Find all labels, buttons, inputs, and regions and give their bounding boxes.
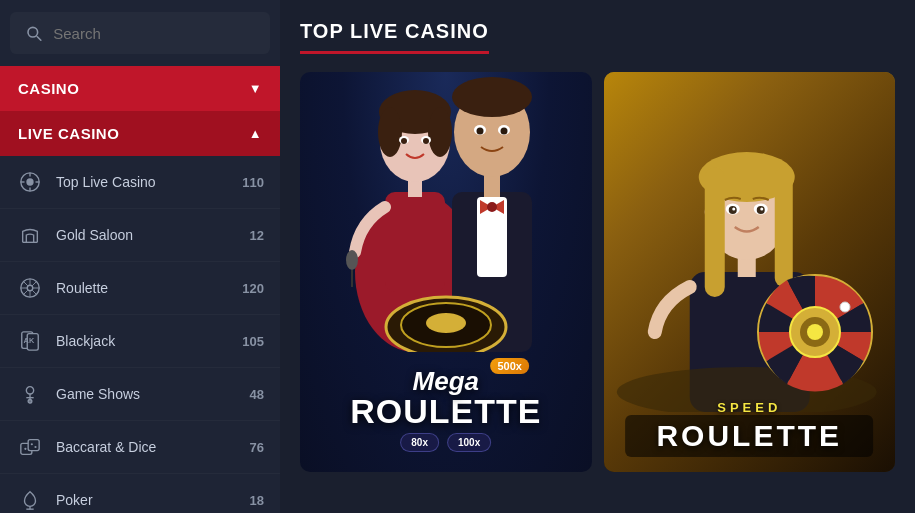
top-live-casino-label: Top Live Casino — [56, 174, 230, 190]
svg-point-21 — [26, 387, 33, 394]
roulette-speed-label: ROULETTE — [625, 415, 873, 457]
game-shows-label: Game Shows — [56, 386, 238, 402]
svg-point-27 — [24, 448, 26, 450]
mega-label: Mega — [413, 368, 479, 394]
svg-line-16 — [23, 290, 27, 294]
svg-point-8 — [27, 285, 33, 291]
search-bar[interactable] — [10, 12, 270, 54]
speed-roulette-wheel-svg — [755, 272, 875, 392]
svg-text:K: K — [29, 336, 35, 345]
badge-500x: 500x — [490, 358, 528, 374]
live-casino-nav-label: LIVE CASINO — [18, 125, 119, 142]
sidebar-item-gold-saloon[interactable]: Gold Saloon 12 — [0, 209, 280, 262]
game-card-speed-roulette[interactable]: SPEED ROULETTE — [604, 72, 896, 472]
roulette-label: Roulette — [56, 280, 230, 296]
poker-icon — [16, 486, 44, 513]
svg-point-69 — [760, 208, 763, 211]
blackjack-count: 105 — [242, 334, 264, 349]
sidebar-item-roulette[interactable]: Roulette 120 — [0, 262, 280, 315]
svg-point-37 — [378, 107, 402, 157]
poker-label: Poker — [56, 492, 238, 508]
roulette-count: 120 — [242, 281, 264, 296]
sidebar-item-top-live-casino[interactable]: Top Live Casino 110 — [0, 156, 280, 209]
mega-roulette-dealers — [300, 72, 592, 352]
roulette-wheel-svg — [381, 287, 511, 352]
menu-items-list: Top Live Casino 110 Gold Saloon 12 — [0, 156, 280, 513]
svg-point-1 — [26, 178, 33, 185]
svg-point-57 — [426, 313, 466, 333]
svg-point-68 — [732, 208, 735, 211]
svg-point-74 — [807, 324, 823, 340]
roulette-label: ROULETTE — [322, 394, 570, 428]
svg-line-13 — [23, 281, 27, 285]
live-casino-nav[interactable]: LIVE CASINO ▲ — [0, 111, 280, 156]
baccarat-dice-label: Baccarat & Dice — [56, 439, 238, 455]
gold-saloon-label: Gold Saloon — [56, 227, 238, 243]
casino-nav[interactable]: CASINO ▼ — [0, 66, 280, 111]
live-casino-chevron-icon: ▲ — [249, 126, 262, 141]
speed-label: SPEED — [625, 400, 873, 415]
top-live-casino-count: 110 — [242, 175, 264, 190]
poker-count: 18 — [250, 493, 264, 508]
svg-point-53 — [500, 128, 507, 135]
svg-point-49 — [452, 77, 532, 117]
blackjack-label: Blackjack — [56, 333, 230, 349]
svg-rect-62 — [704, 167, 724, 297]
games-grid: Mega 500x ROULETTE 80x 100x — [300, 72, 895, 472]
search-icon — [24, 22, 43, 44]
game-shows-count: 48 — [250, 387, 264, 402]
sidebar-item-blackjack[interactable]: A K Blackjack 105 — [0, 315, 280, 368]
casino-chevron-icon: ▼ — [249, 81, 262, 96]
sidebar-item-game-shows[interactable]: Game Shows 48 — [0, 368, 280, 421]
gold-saloon-count: 12 — [250, 228, 264, 243]
baccarat-dice-icon — [16, 433, 44, 461]
svg-rect-26 — [28, 440, 39, 451]
svg-point-52 — [476, 128, 483, 135]
svg-rect-63 — [774, 167, 792, 287]
badge-80x: 80x — [400, 433, 439, 452]
game-card-mega-roulette[interactable]: Mega 500x ROULETTE 80x 100x — [300, 72, 592, 472]
svg-point-75 — [840, 302, 850, 312]
main-content: TOP LIVE CASINO — [280, 0, 915, 513]
game-shows-icon — [16, 380, 44, 408]
svg-point-28 — [31, 443, 33, 445]
svg-line-14 — [32, 290, 36, 294]
baccarat-dice-count: 76 — [250, 440, 264, 455]
svg-point-43 — [346, 250, 358, 270]
gold-saloon-icon — [16, 221, 44, 249]
section-title: TOP LIVE CASINO — [300, 20, 489, 54]
top-live-casino-icon — [16, 168, 44, 196]
search-input[interactable] — [53, 25, 256, 42]
sidebar-item-poker[interactable]: Poker 18 — [0, 474, 280, 513]
casino-nav-label: CASINO — [18, 80, 79, 97]
svg-line-15 — [32, 281, 36, 285]
svg-point-29 — [34, 446, 36, 448]
blackjack-icon: A K — [16, 327, 44, 355]
roulette-icon — [16, 274, 44, 302]
badge-100x: 100x — [447, 433, 491, 452]
svg-point-54 — [487, 202, 497, 212]
sidebar-item-baccarat-dice[interactable]: Baccarat & Dice 76 — [0, 421, 280, 474]
sidebar: CASINO ▼ LIVE CASINO ▲ Top Live Casino 1… — [0, 0, 280, 513]
